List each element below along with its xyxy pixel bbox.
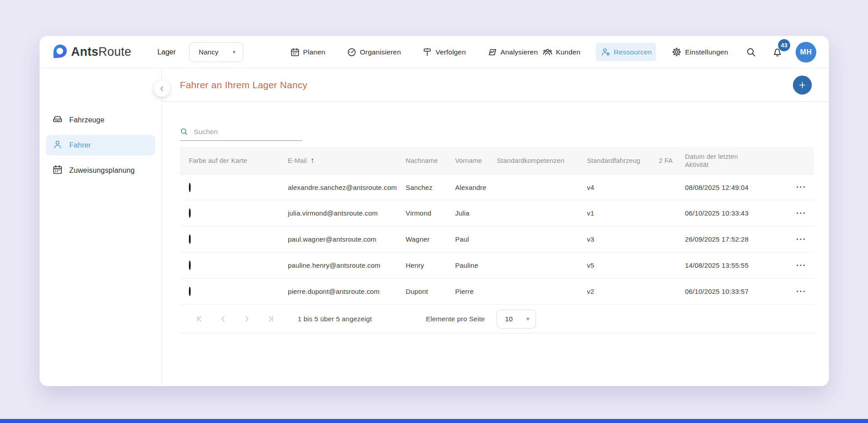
- first-page-button[interactable]: [188, 311, 211, 327]
- driver-vehicle: v3: [578, 235, 650, 243]
- row-menu-icon[interactable]: ⋯: [785, 263, 814, 268]
- next-page-button[interactable]: [235, 311, 258, 327]
- driver-color-dot: [189, 287, 191, 296]
- sidebar: Fahrzeuge Fahrer Zuweisu: [40, 68, 162, 386]
- row-menu-icon[interactable]: ⋯: [785, 211, 814, 216]
- pagination-summary: 1 bis 5 über 5 angezeigt: [298, 315, 372, 323]
- search-icon: [746, 47, 756, 58]
- sidebar-collapse-button[interactable]: [154, 81, 170, 97]
- lager-label: Lager: [157, 48, 176, 56]
- plus-icon: [797, 80, 807, 90]
- per-page-label: Elemente pro Seite: [426, 315, 485, 323]
- caret-down-icon: ▾: [527, 315, 530, 322]
- driver-color-dot: [189, 234, 191, 244]
- nav-kunden[interactable]: Kunden: [538, 43, 585, 61]
- driver-color-dot: [189, 261, 191, 270]
- antsroute-logo-icon: [51, 43, 67, 61]
- col-email[interactable]: E-Mail↑: [279, 156, 397, 165]
- driver-last-activity: 14/08/2025 13:55:55: [676, 261, 785, 269]
- chart-flag-icon: [488, 47, 497, 57]
- person-gear-icon: [600, 47, 611, 57]
- driver-email: pauline.henry@antsroute.com: [279, 261, 397, 269]
- driver-email: alexandre.sanchez@antsroute.com: [279, 184, 397, 191]
- driver-last-activity: 08/08/2025 12:49:04: [676, 184, 785, 191]
- search-button[interactable]: [743, 45, 759, 60]
- last-page-icon: [266, 315, 274, 323]
- chevron-left-icon: [219, 315, 228, 323]
- table-row[interactable]: alexandre.sanchez@antsroute.com Sanchez …: [180, 174, 814, 200]
- drivers-table: Farbe auf der Karte E-Mail↑ Nachname Vor…: [180, 147, 814, 333]
- topbar-right: Kunden Ressourcen: [538, 42, 816, 63]
- calendar-icon: [290, 47, 300, 57]
- person-icon: [52, 139, 63, 152]
- search-icon: [180, 127, 188, 136]
- nav-planen[interactable]: Planen: [290, 47, 325, 57]
- col-nachname: Nachname: [397, 157, 446, 165]
- row-menu-icon[interactable]: ⋯: [785, 184, 814, 190]
- nav-verfolgen[interactable]: Verfolgen: [422, 47, 465, 57]
- row-menu-icon[interactable]: ⋯: [785, 289, 814, 294]
- driver-first-name: Julia: [446, 209, 488, 217]
- sidebar-item-zuweisungsplanung[interactable]: Zuweisungsplanung: [46, 160, 155, 181]
- table-row[interactable]: pierre.dupont@antsroute.com Dupont Pierr…: [180, 279, 814, 305]
- caret-down-icon: ▾: [233, 49, 236, 55]
- first-page-icon: [196, 315, 204, 323]
- pagination: 1 bis 5 über 5 angezeigt Elemente pro Se…: [180, 305, 814, 333]
- table-row[interactable]: paul.wagner@antsroute.com Wagner Paul v3…: [180, 226, 814, 252]
- driver-color-dot: [189, 208, 191, 218]
- col-standardfahrzeug: Standardfahrzeug: [578, 157, 650, 165]
- antsroute-logo[interactable]: AntsRoute: [51, 43, 131, 61]
- sort-asc-icon[interactable]: ↑: [310, 156, 314, 165]
- notifications-button[interactable]: 43: [770, 45, 785, 60]
- driver-vehicle: v4: [578, 184, 650, 191]
- driver-last-name: Henry: [397, 261, 446, 269]
- title-row: Fahrer an Ihrem Lager Nancy: [162, 68, 829, 102]
- driver-first-name: Paul: [446, 235, 488, 243]
- gear-icon: [671, 47, 682, 57]
- driver-last-name: Sanchez: [397, 184, 446, 191]
- table-body: alexandre.sanchez@antsroute.com Sanchez …: [180, 174, 814, 305]
- chevron-right-icon: [242, 315, 251, 323]
- nav-einstellungen[interactable]: Einstellungen: [667, 43, 733, 61]
- per-page-select[interactable]: 10 ▾: [497, 310, 536, 328]
- nav-organisieren[interactable]: Organisieren: [347, 47, 401, 57]
- previous-page-button[interactable]: [211, 311, 235, 327]
- table-row[interactable]: julia.virmond@antsroute.com Virmond Juli…: [180, 200, 814, 226]
- warehouse-select[interactable]: Nancy ▾: [189, 42, 243, 62]
- last-page-button[interactable]: [258, 311, 282, 327]
- warehouse-select-value: Nancy: [199, 48, 219, 56]
- nav-ressourcen[interactable]: Ressourcen: [596, 43, 657, 61]
- driver-last-name: Virmond: [397, 209, 446, 217]
- driver-vehicle: v2: [578, 288, 650, 295]
- notification-badge: 43: [778, 39, 790, 51]
- signpost-icon: [422, 47, 432, 57]
- nav-analysieren[interactable]: Analysieren: [488, 47, 538, 57]
- driver-first-name: Alexandre: [446, 184, 488, 191]
- add-driver-button[interactable]: [793, 76, 812, 94]
- app-window: AntsRoute Lager Nancy ▾ Planen: [40, 36, 829, 386]
- table-search: [180, 127, 302, 141]
- driver-last-name: Dupont: [397, 288, 446, 295]
- content: Fahrer an Ihrem Lager Nancy Farbe auf de…: [162, 68, 829, 386]
- page-title: Fahrer an Ihrem Lager Nancy: [180, 80, 308, 90]
- row-menu-icon[interactable]: ⋯: [785, 237, 814, 242]
- driver-last-activity: 06/10/2025 10:33:43: [676, 209, 785, 217]
- driver-email: julia.virmond@antsroute.com: [279, 209, 397, 217]
- table-row[interactable]: pauline.henry@antsroute.com Henry Paulin…: [180, 252, 814, 279]
- main-nav: Planen Organisieren: [290, 47, 538, 57]
- col-2fa: 2 FA: [650, 157, 673, 165]
- desktop-background: AntsRoute Lager Nancy ▾ Planen: [0, 0, 868, 423]
- per-page-value: 10: [505, 315, 513, 323]
- sidebar-item-fahrzeuge[interactable]: Fahrzeuge: [46, 110, 155, 130]
- avatar[interactable]: MH: [796, 42, 816, 63]
- driver-vehicle: v5: [578, 261, 650, 269]
- driver-last-activity: 26/09/2025 17:52:28: [676, 235, 785, 243]
- brand-name: AntsRoute: [71, 45, 131, 59]
- driver-first-name: Pauline: [446, 261, 488, 269]
- people-group-icon: [542, 47, 553, 57]
- topbar: AntsRoute Lager Nancy ▾ Planen: [40, 36, 829, 68]
- sidebar-item-fahrer[interactable]: Fahrer: [46, 135, 155, 156]
- col-letzte-aktivitaet: Datum der letzten Aktivität: [676, 153, 785, 169]
- chevron-left-icon: [158, 85, 166, 93]
- search-input[interactable]: [194, 128, 302, 136]
